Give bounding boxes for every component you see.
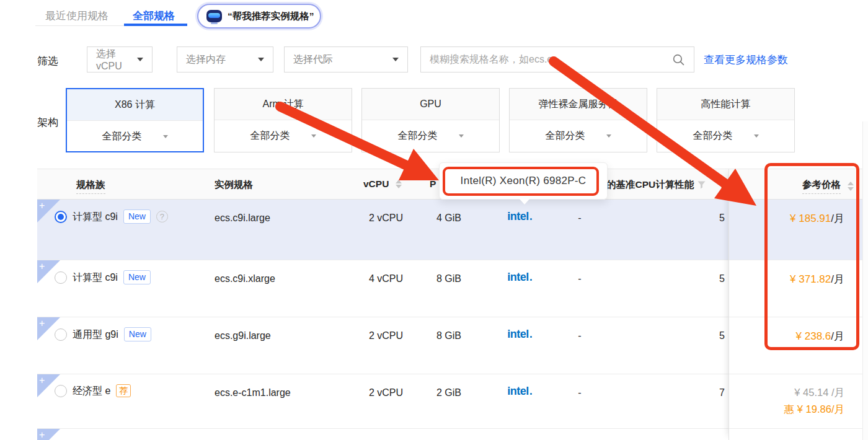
- original-price: ¥ 45.14 /月: [729, 386, 868, 400]
- arch-card-title[interactable]: 高性能计算: [657, 89, 794, 120]
- price-unit: /月: [831, 330, 844, 342]
- table-row[interactable]: +: [37, 429, 728, 440]
- memory-value: 2 GiB: [436, 387, 461, 399]
- chevron-down-icon: [163, 135, 168, 138]
- memory-value: 4 GiB: [436, 212, 461, 224]
- price-value: 238.6: [805, 330, 831, 342]
- arch-card-baremetal[interactable]: 弹性裸金属服务器 全部分类: [509, 88, 647, 152]
- arch-card-arm[interactable]: Arm 计算 全部分类: [214, 88, 352, 152]
- new-badge: New: [123, 270, 151, 284]
- family-name: 计算型 c9i: [73, 271, 118, 284]
- radio-button[interactable]: [55, 211, 67, 223]
- header-memory-fragment: P: [430, 178, 436, 190]
- sort-icon[interactable]: [848, 182, 854, 191]
- category-value: 全部分类: [250, 130, 290, 143]
- sort-icon[interactable]: [396, 180, 402, 189]
- price-cell: ¥ 185.91/月: [729, 200, 868, 260]
- discount-price: 惠 ¥ 19.86/月: [729, 403, 868, 416]
- category-select-hpc[interactable]: 全部分类: [657, 120, 794, 152]
- arch-card-title[interactable]: X86 计算: [67, 89, 203, 121]
- family-cell: 计算型 c9i New ?: [55, 209, 168, 224]
- arch-card-x86[interactable]: X86 计算 全部分类: [66, 88, 204, 152]
- spec-name: ecs.g9i.large: [215, 330, 271, 342]
- clipped-value: 5: [719, 273, 728, 285]
- arch-card-gpu[interactable]: GPU 全部分类: [361, 88, 500, 152]
- radio-button[interactable]: [55, 328, 67, 341]
- search-icon[interactable]: [672, 53, 685, 66]
- category-value: 全部分类: [398, 130, 438, 143]
- vcpu-value: 2 vCPU: [316, 387, 403, 399]
- category-select-x86[interactable]: 全部分类: [67, 121, 203, 152]
- arch-card-title[interactable]: 弹性裸金属服务器: [510, 89, 647, 120]
- price-cell: ¥ 371.82/月: [729, 260, 868, 317]
- category-select-arm[interactable]: 全部分类: [215, 120, 352, 152]
- spec-table: 规格族 实例规格 vCPU P 的基准CPU计算性能 网: [37, 169, 868, 440]
- spec-search-box: [420, 46, 694, 73]
- spec-search-input[interactable]: [430, 54, 672, 65]
- spec-name: ecs.e-c1m1.large: [215, 387, 291, 399]
- baseline-value: -: [567, 212, 592, 224]
- plus-icon: +: [39, 429, 45, 440]
- category-value: 全部分类: [546, 130, 585, 143]
- table-row[interactable]: + 计算型 c9i New ? ecs.c9i.large 2 vCPU 4 G…: [37, 200, 728, 260]
- spec-name: ecs.c9i.xlarge: [215, 273, 275, 285]
- filter-funnel-icon[interactable]: [698, 181, 706, 189]
- tab-all-specs[interactable]: 全部规格: [133, 9, 175, 23]
- vcpu-value: 2 vCPU: [316, 330, 403, 342]
- chevron-down-icon: [459, 134, 464, 138]
- header-price-label: 参考价格: [802, 178, 841, 194]
- price-cell: [729, 429, 868, 440]
- intel-logo: intel: [507, 385, 532, 397]
- radio-button[interactable]: [55, 385, 67, 397]
- processor-tooltip-text: Intel(R) Xeon(R) 6982P-C: [461, 175, 587, 187]
- category-value: 全部分类: [693, 130, 733, 143]
- chevron-down-icon: [258, 58, 264, 61]
- price-currency: ¥: [790, 213, 799, 224]
- header-family-label: 规格族: [76, 178, 105, 194]
- arch-card-title[interactable]: GPU: [362, 89, 499, 120]
- chevron-down-icon: [392, 58, 399, 61]
- price-currency: ¥: [796, 330, 805, 342]
- spec-name: ecs.c9i.large: [215, 212, 270, 224]
- clipped-value: 7: [719, 387, 728, 399]
- ai-recommend-pill[interactable]: “帮我推荐实例规格”: [197, 4, 321, 29]
- more-params-link[interactable]: 查看更多规格参数: [704, 53, 788, 67]
- header-vcpu: vCPU: [363, 178, 402, 190]
- category-select-baremetal[interactable]: 全部分类: [510, 120, 647, 152]
- tab-recent-specs[interactable]: 最近使用规格: [45, 9, 108, 23]
- radio-button[interactable]: [55, 271, 67, 284]
- category-select-gpu[interactable]: 全部分类: [362, 120, 499, 152]
- plus-icon: +: [39, 261, 45, 272]
- plus-icon: +: [39, 200, 45, 211]
- generation-select[interactable]: 选择代际: [284, 46, 408, 73]
- arch-card-hpc[interactable]: 高性能计算 全部分类: [657, 88, 795, 152]
- family-cell: 经济型 e 荐: [55, 384, 131, 397]
- baseline-value: -: [567, 273, 592, 285]
- memory-value: 8 GiB: [436, 273, 461, 285]
- intel-logo: intel: [507, 271, 532, 283]
- vcpu-select[interactable]: 选择 vCPU: [87, 46, 153, 73]
- family-name: 计算型 c9i: [73, 211, 118, 223]
- recommend-badge: 荐: [116, 384, 131, 397]
- category-value: 全部分类: [102, 130, 142, 143]
- chevron-down-icon: [311, 134, 316, 138]
- robot-icon: [206, 10, 222, 22]
- add-corner-button[interactable]: +: [37, 429, 60, 440]
- table-header: 规格族 实例规格 vCPU P 的基准CPU计算性能 网: [37, 169, 728, 200]
- arch-card-title[interactable]: Arm 计算: [215, 89, 352, 120]
- memory-select[interactable]: 选择内存: [177, 46, 273, 73]
- new-badge: New: [123, 209, 151, 224]
- filter-label: 筛选: [37, 54, 58, 68]
- family-name: 经济型 e: [73, 385, 110, 397]
- generation-select-value: 选择代际: [293, 53, 333, 66]
- table-row[interactable]: + 计算型 c9i New ecs.c9i.xlarge 4 vCPU 8 Gi…: [37, 260, 728, 317]
- header-family: 规格族: [76, 178, 105, 194]
- family-name: 通用型 g9i: [73, 328, 118, 341]
- memory-select-value: 选择内存: [186, 53, 226, 66]
- processor-tooltip: Intel(R) Xeon(R) 6982P-C: [439, 162, 608, 200]
- header-net-label: 网: [721, 179, 728, 190]
- help-icon[interactable]: ?: [156, 211, 168, 222]
- table-row[interactable]: + 经济型 e 荐 ecs.e-c1m1.large 2 vCPU 2 GiB …: [37, 374, 728, 429]
- price-column-panel: 参考价格 ¥ 185.91/月 ¥ 371.82/月 ¥ 238.6/月 ¥ 4…: [728, 169, 868, 440]
- table-row[interactable]: + 通用型 g9i New ecs.g9i.large 2 vCPU 8 GiB…: [37, 317, 728, 374]
